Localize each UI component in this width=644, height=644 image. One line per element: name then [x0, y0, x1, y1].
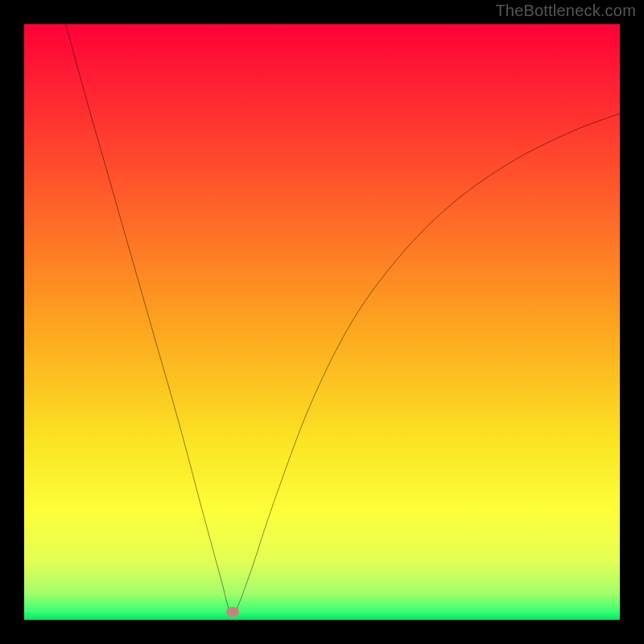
- plot-area: [24, 24, 620, 620]
- watermark-text: TheBottleneck.com: [495, 2, 636, 20]
- bottleneck-curve: [24, 24, 620, 620]
- minimum-marker: [226, 607, 239, 617]
- chart-frame: TheBottleneck.com: [0, 0, 644, 644]
